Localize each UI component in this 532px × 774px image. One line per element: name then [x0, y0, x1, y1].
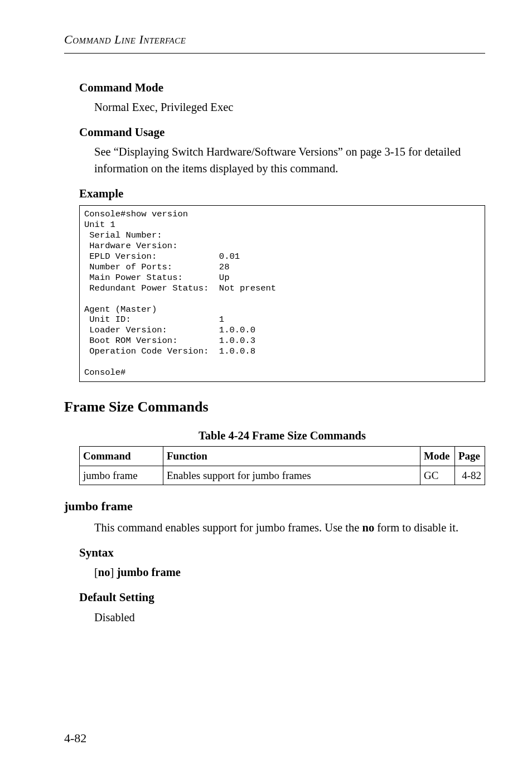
th-mode: Mode [420, 447, 455, 466]
frame-size-heading: Frame Size Commands [64, 396, 485, 418]
table-header-row: Command Function Mode Page [80, 447, 485, 466]
table-caption: Table 4-24 Frame Size Commands [79, 428, 485, 444]
frame-size-table: Command Function Mode Page jumbo frame E… [79, 446, 485, 485]
default-setting-heading: Default Setting [79, 589, 485, 606]
td-function: Enables support for jumbo frames [163, 466, 420, 485]
syntax-bracket-close: ] [110, 566, 117, 578]
default-setting-body: Disabled [94, 609, 485, 626]
syntax-bracket-open: [ [94, 566, 98, 578]
command-mode-heading: Command Mode [79, 79, 485, 96]
command-mode-body: Normal Exec, Privileged Exec [94, 99, 485, 116]
syntax-no: no [98, 566, 110, 578]
th-command: Command [80, 447, 163, 466]
desc-pre: This command enables support for jumbo f… [94, 521, 362, 534]
page-number: 4-82 [64, 729, 86, 747]
running-header: Command Line Interface [64, 31, 485, 54]
td-page: 4-82 [455, 466, 485, 485]
example-code: Console#show version Unit 1 Serial Numbe… [79, 205, 485, 382]
th-page: Page [455, 447, 485, 466]
syntax-heading: Syntax [79, 544, 485, 561]
td-command: jumbo frame [80, 466, 163, 485]
table-row: jumbo frame Enables support for jumbo fr… [80, 466, 485, 485]
jumbo-frame-desc: This command enables support for jumbo f… [94, 520, 485, 536]
command-usage-heading: Command Usage [79, 124, 485, 141]
example-heading: Example [79, 185, 485, 202]
th-function: Function [163, 447, 420, 466]
command-usage-body: See “Displaying Switch Hardware/Software… [94, 144, 485, 177]
desc-post: form to disable it. [374, 521, 458, 534]
desc-no: no [362, 521, 375, 534]
syntax-cmd: jumbo frame [117, 566, 180, 578]
jumbo-frame-heading: jumbo frame [64, 497, 485, 515]
td-mode: GC [420, 466, 455, 485]
syntax-line: [no] jumbo frame [94, 564, 485, 581]
